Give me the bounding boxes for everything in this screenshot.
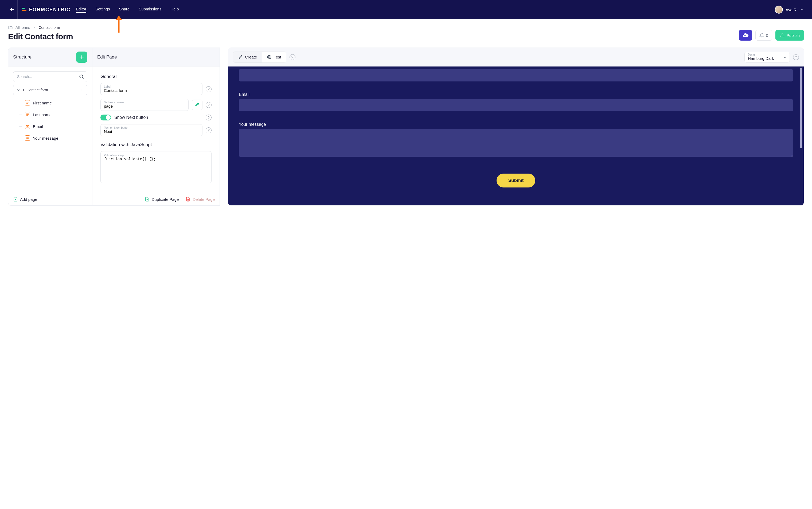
nav-submissions[interactable]: Submissions <box>139 7 161 13</box>
edit-title: Edit Page <box>97 55 117 60</box>
tree-item-lastname[interactable]: Last name <box>13 109 87 121</box>
chevron-down-icon[interactable] <box>800 8 804 11</box>
next-text-caption: Text on Next button <box>104 126 199 129</box>
preview-scrollbar[interactable] <box>800 68 802 148</box>
design-caption: Design <box>748 53 780 56</box>
file-delete-icon <box>185 197 191 202</box>
preview-submit-button[interactable]: Submit <box>497 174 536 188</box>
file-copy-icon <box>145 197 149 202</box>
folder-icon <box>8 25 13 30</box>
structure-title: Structure <box>13 55 32 60</box>
workspace: Structure 1. Contact form <box>0 45 812 211</box>
add-element-button[interactable] <box>76 52 87 63</box>
validation-field[interactable]: Validation script <box>100 151 211 183</box>
general-section-title: General <box>100 74 211 79</box>
file-plus-icon <box>13 197 18 202</box>
svg-rect-2 <box>22 10 27 11</box>
user-name: Ava R. <box>785 7 798 12</box>
preview-header: Create Test ? Design Hamburg Dark ? <box>228 48 804 67</box>
page-header: All forms Contact form Edit Contact form… <box>0 19 812 45</box>
delete-label: Delete Page <box>193 197 215 202</box>
help-icon[interactable]: ? <box>206 127 211 133</box>
publish-label: Publish <box>787 33 800 38</box>
globe-icon <box>267 55 272 60</box>
design-select[interactable]: Design Hamburg Dark <box>744 52 790 63</box>
page-title: Edit Contact form <box>8 32 73 41</box>
notifications-button[interactable]: 0 <box>755 30 772 41</box>
tree-item-label: First name <box>33 101 52 105</box>
structure-header: Structure <box>8 48 92 67</box>
breadcrumb-root[interactable]: All forms <box>15 25 30 30</box>
create-mode-button[interactable]: Create <box>233 52 262 63</box>
next-text-input[interactable] <box>104 129 199 134</box>
validation-caption: Validation script <box>104 154 208 157</box>
tree-item-email[interactable]: Email <box>13 121 87 132</box>
add-page-label: Add page <box>20 197 37 202</box>
nav-share[interactable]: Share <box>119 7 130 13</box>
preview-email-input[interactable] <box>239 99 793 111</box>
preview-message-textarea[interactable] <box>239 129 793 157</box>
plus-icon <box>79 55 84 60</box>
duplicate-label: Duplicate Page <box>152 197 179 202</box>
test-mode-button[interactable]: Test <box>262 52 286 63</box>
chevron-right-icon <box>33 26 36 29</box>
search-icon[interactable] <box>79 74 84 80</box>
help-icon[interactable]: ? <box>206 86 211 92</box>
add-page-button[interactable]: Add page <box>13 197 37 202</box>
preview-email-label: Email <box>239 92 793 97</box>
breadcrumb-current: Contact form <box>38 25 60 30</box>
help-icon[interactable]: ? <box>290 54 296 60</box>
help-icon[interactable]: ? <box>206 114 211 121</box>
chevron-down-icon <box>783 55 787 60</box>
preview-panel: Create Test ? Design Hamburg Dark ? Emai… <box>228 47 804 206</box>
bell-icon <box>759 33 764 38</box>
tree-root-item[interactable]: 1. Contact form <box>13 84 87 95</box>
svg-point-11 <box>81 90 82 90</box>
svg-point-10 <box>80 90 80 90</box>
label-field[interactable]: Label <box>100 83 202 95</box>
delete-page-button[interactable]: Delete Page <box>185 197 215 202</box>
brand-name: FORMCENTRIC <box>29 7 70 12</box>
cloud-save-button[interactable] <box>739 30 752 41</box>
nav-items: Editor Settings Share Submissions Help <box>76 7 179 13</box>
top-navbar: FORMCENTRIC Editor Settings Share Submis… <box>0 0 812 19</box>
validation-section-title: Validation with JavaScript <box>100 142 211 147</box>
tree-item-label: Your message <box>33 136 58 140</box>
label-input[interactable] <box>104 88 199 93</box>
show-next-label: Show Next button <box>114 115 202 120</box>
edit-header: Edit Page <box>93 48 219 67</box>
help-icon[interactable]: ? <box>206 102 211 108</box>
tree-item-firstname[interactable]: First name <box>13 97 87 109</box>
create-label: Create <box>245 55 257 59</box>
svg-rect-1 <box>22 8 25 9</box>
svg-marker-4 <box>116 15 122 20</box>
nav-editor[interactable]: Editor <box>76 7 86 13</box>
back-button[interactable] <box>8 7 16 12</box>
next-text-field[interactable]: Text on Next button <box>100 124 202 136</box>
nav-settings[interactable]: Settings <box>95 7 110 13</box>
edit-panel: Edit Page General Label ? Technical name <box>92 47 220 206</box>
arrow-left-icon <box>9 7 15 12</box>
cloud-check-icon <box>742 32 749 38</box>
chevron-down-icon <box>16 88 20 92</box>
tree-item-message[interactable]: Your message <box>13 132 87 144</box>
paragraph-field-icon <box>25 135 30 141</box>
brand-logo[interactable]: FORMCENTRIC <box>22 7 70 12</box>
search-input[interactable] <box>13 71 87 82</box>
more-icon[interactable] <box>79 88 84 92</box>
publish-button[interactable]: Publish <box>775 30 804 41</box>
structure-panel: Structure 1. Contact form <box>8 47 92 206</box>
technical-name-caption: Technical name <box>104 101 185 104</box>
validation-textarea[interactable] <box>104 157 208 181</box>
avatar[interactable] <box>775 6 783 13</box>
technical-name-input[interactable] <box>104 104 185 108</box>
technical-name-field[interactable]: Technical name <box>100 99 189 111</box>
svg-line-9 <box>82 78 83 79</box>
duplicate-page-button[interactable]: Duplicate Page <box>145 197 179 202</box>
help-icon[interactable]: ? <box>793 54 799 60</box>
generate-name-button[interactable] <box>192 100 202 110</box>
nav-help[interactable]: Help <box>170 7 179 13</box>
test-label: Test <box>274 55 281 59</box>
preview-lastname-input[interactable] <box>239 69 793 81</box>
show-next-toggle[interactable] <box>100 114 111 121</box>
